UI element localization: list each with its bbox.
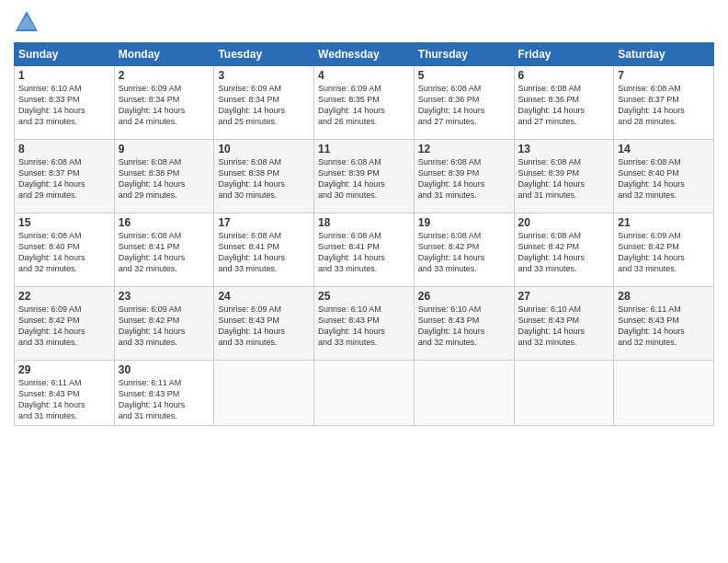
calendar-cell: 24Sunrise: 6:09 AM Sunset: 8:43 PM Dayli…: [214, 287, 314, 361]
day-info: Sunrise: 6:08 AM Sunset: 8:40 PM Dayligh…: [18, 230, 110, 275]
day-info: Sunrise: 6:08 AM Sunset: 8:39 PM Dayligh…: [518, 156, 610, 201]
calendar-cell: 20Sunrise: 6:08 AM Sunset: 8:42 PM Dayli…: [514, 213, 614, 287]
day-info: Sunrise: 6:08 AM Sunset: 8:41 PM Dayligh…: [119, 230, 210, 275]
day-number: 5: [418, 69, 510, 82]
day-number: 29: [18, 363, 110, 376]
calendar-cell: 16Sunrise: 6:08 AM Sunset: 8:41 PM Dayli…: [114, 213, 214, 287]
day-number: 11: [318, 143, 410, 155]
logo-icon: [14, 9, 40, 35]
calendar-cell: 26Sunrise: 6:10 AM Sunset: 8:43 PM Dayli…: [414, 287, 514, 361]
day-info: Sunrise: 6:10 AM Sunset: 8:43 PM Dayligh…: [418, 304, 510, 349]
day-number: 26: [418, 290, 510, 303]
calendar-week-row: 29Sunrise: 6:11 AM Sunset: 8:43 PM Dayli…: [15, 361, 714, 426]
day-info: Sunrise: 6:11 AM Sunset: 8:43 PM Dayligh…: [18, 377, 110, 422]
calendar-cell: 13Sunrise: 6:08 AM Sunset: 8:39 PM Dayli…: [514, 140, 614, 213]
weekday-header: Tuesday: [214, 43, 314, 66]
day-number: 21: [618, 216, 710, 229]
day-info: Sunrise: 6:09 AM Sunset: 8:34 PM Dayligh…: [119, 83, 210, 128]
day-info: Sunrise: 6:08 AM Sunset: 8:38 PM Dayligh…: [218, 156, 310, 201]
calendar-cell: 17Sunrise: 6:08 AM Sunset: 8:41 PM Dayli…: [214, 213, 314, 287]
day-info: Sunrise: 6:11 AM Sunset: 8:43 PM Dayligh…: [119, 377, 210, 422]
day-info: Sunrise: 6:11 AM Sunset: 8:43 PM Dayligh…: [618, 304, 710, 349]
day-number: 10: [218, 143, 310, 155]
calendar-cell: 23Sunrise: 6:09 AM Sunset: 8:42 PM Dayli…: [114, 287, 214, 361]
day-info: Sunrise: 6:08 AM Sunset: 8:37 PM Dayligh…: [618, 83, 710, 128]
day-number: 12: [418, 143, 510, 155]
svg-marker-1: [17, 15, 36, 29]
calendar-cell: 28Sunrise: 6:11 AM Sunset: 8:43 PM Dayli…: [614, 287, 714, 361]
calendar-week-row: 15Sunrise: 6:08 AM Sunset: 8:40 PM Dayli…: [15, 213, 714, 287]
day-number: 20: [518, 216, 610, 229]
calendar-cell: 8Sunrise: 6:08 AM Sunset: 8:37 PM Daylig…: [15, 140, 115, 213]
day-info: Sunrise: 6:09 AM Sunset: 8:42 PM Dayligh…: [119, 304, 210, 349]
calendar-cell: 9Sunrise: 6:08 AM Sunset: 8:38 PM Daylig…: [114, 140, 214, 213]
day-number: 22: [18, 290, 110, 303]
calendar-cell: 25Sunrise: 6:10 AM Sunset: 8:43 PM Dayli…: [314, 287, 415, 361]
day-number: 27: [518, 290, 610, 303]
calendar-cell: 22Sunrise: 6:09 AM Sunset: 8:42 PM Dayli…: [15, 287, 115, 361]
weekday-header: Sunday: [15, 43, 115, 66]
logo: [14, 9, 41, 35]
page: SundayMondayTuesdayWednesdayThursdayFrid…: [0, 0, 728, 563]
calendar-week-row: 8Sunrise: 6:08 AM Sunset: 8:37 PM Daylig…: [15, 140, 714, 213]
day-info: Sunrise: 6:09 AM Sunset: 8:34 PM Dayligh…: [218, 83, 310, 128]
day-number: 24: [218, 290, 310, 303]
calendar-cell: [214, 361, 314, 426]
day-info: Sunrise: 6:08 AM Sunset: 8:39 PM Dayligh…: [418, 156, 510, 201]
calendar-header-row: SundayMondayTuesdayWednesdayThursdayFrid…: [15, 43, 714, 66]
day-info: Sunrise: 6:08 AM Sunset: 8:40 PM Dayligh…: [618, 156, 710, 201]
day-info: Sunrise: 6:08 AM Sunset: 8:37 PM Dayligh…: [18, 156, 110, 201]
calendar-cell: 2Sunrise: 6:09 AM Sunset: 8:34 PM Daylig…: [114, 66, 214, 140]
calendar-cell: [414, 361, 514, 426]
weekday-header: Wednesday: [314, 43, 415, 66]
calendar-cell: 11Sunrise: 6:08 AM Sunset: 8:39 PM Dayli…: [314, 140, 415, 213]
day-number: 19: [418, 216, 510, 229]
day-number: 1: [18, 69, 110, 82]
day-info: Sunrise: 6:08 AM Sunset: 8:36 PM Dayligh…: [518, 83, 610, 128]
day-number: 14: [618, 143, 710, 155]
calendar-cell: 12Sunrise: 6:08 AM Sunset: 8:39 PM Dayli…: [414, 140, 514, 213]
calendar-cell: 4Sunrise: 6:09 AM Sunset: 8:35 PM Daylig…: [314, 66, 415, 140]
weekday-header: Friday: [514, 43, 614, 66]
day-number: 25: [318, 290, 410, 303]
day-info: Sunrise: 6:10 AM Sunset: 8:43 PM Dayligh…: [318, 304, 410, 349]
weekday-header: Thursday: [414, 43, 514, 66]
day-number: 30: [119, 363, 210, 376]
calendar-cell: [514, 361, 614, 426]
day-number: 16: [119, 216, 210, 229]
calendar-cell: [314, 361, 415, 426]
calendar-cell: 3Sunrise: 6:09 AM Sunset: 8:34 PM Daylig…: [214, 66, 314, 140]
weekday-header: Monday: [114, 43, 214, 66]
day-number: 7: [618, 69, 710, 82]
day-info: Sunrise: 6:09 AM Sunset: 8:43 PM Dayligh…: [218, 304, 310, 349]
calendar-cell: 29Sunrise: 6:11 AM Sunset: 8:43 PM Dayli…: [15, 361, 115, 426]
calendar-cell: 21Sunrise: 6:09 AM Sunset: 8:42 PM Dayli…: [614, 213, 714, 287]
day-number: 23: [119, 290, 210, 303]
day-info: Sunrise: 6:08 AM Sunset: 8:42 PM Dayligh…: [418, 230, 510, 275]
day-info: Sunrise: 6:10 AM Sunset: 8:43 PM Dayligh…: [518, 304, 610, 349]
day-info: Sunrise: 6:09 AM Sunset: 8:42 PM Dayligh…: [618, 230, 710, 275]
calendar-cell: 18Sunrise: 6:08 AM Sunset: 8:41 PM Dayli…: [314, 213, 415, 287]
day-number: 17: [218, 216, 310, 229]
calendar-table: SundayMondayTuesdayWednesdayThursdayFrid…: [14, 42, 714, 426]
calendar-cell: 1Sunrise: 6:10 AM Sunset: 8:33 PM Daylig…: [15, 66, 115, 140]
day-number: 18: [318, 216, 410, 229]
day-info: Sunrise: 6:08 AM Sunset: 8:38 PM Dayligh…: [119, 156, 210, 201]
calendar-week-row: 22Sunrise: 6:09 AM Sunset: 8:42 PM Dayli…: [15, 287, 714, 361]
day-number: 4: [318, 69, 410, 82]
day-info: Sunrise: 6:09 AM Sunset: 8:35 PM Dayligh…: [318, 83, 410, 128]
day-number: 15: [18, 216, 110, 229]
day-info: Sunrise: 6:08 AM Sunset: 8:41 PM Dayligh…: [218, 230, 310, 275]
calendar-cell: 7Sunrise: 6:08 AM Sunset: 8:37 PM Daylig…: [614, 66, 714, 140]
calendar-cell: 19Sunrise: 6:08 AM Sunset: 8:42 PM Dayli…: [414, 213, 514, 287]
day-number: 28: [618, 290, 710, 303]
day-info: Sunrise: 6:09 AM Sunset: 8:42 PM Dayligh…: [18, 304, 110, 349]
calendar-cell: [614, 361, 714, 426]
day-number: 13: [518, 143, 610, 155]
weekday-header: Saturday: [614, 43, 714, 66]
day-info: Sunrise: 6:08 AM Sunset: 8:39 PM Dayligh…: [318, 156, 410, 201]
day-number: 8: [18, 143, 110, 155]
day-number: 2: [119, 69, 210, 82]
calendar-cell: 10Sunrise: 6:08 AM Sunset: 8:38 PM Dayli…: [214, 140, 314, 213]
day-number: 9: [119, 143, 210, 155]
